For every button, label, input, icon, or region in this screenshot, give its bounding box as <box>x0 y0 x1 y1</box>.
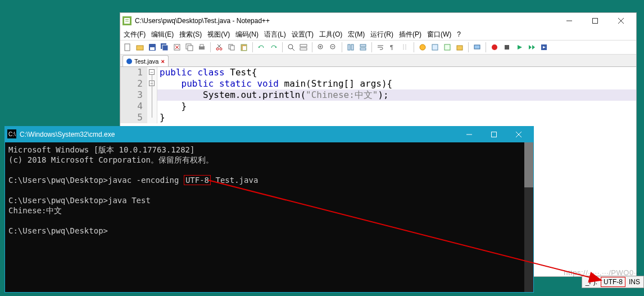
menu-macro[interactable]: 宏(M) <box>348 30 365 39</box>
editor-area[interactable]: 1 2 3 4 5 − − public class Test{ public … <box>120 67 636 123</box>
open-file-icon[interactable] <box>135 42 145 52</box>
menu-window[interactable]: 窗口(W) <box>427 30 451 39</box>
line-number-gutter: 1 2 3 4 5 <box>120 67 147 123</box>
cut-icon[interactable] <box>214 42 224 52</box>
svg-point-45 <box>420 44 425 50</box>
func-list-icon[interactable] <box>442 42 452 52</box>
cmd-line: C:\Users\pwq\Desktop> <box>8 226 531 236</box>
svg-rect-11 <box>150 47 155 50</box>
window-controls <box>457 127 531 142</box>
svg-rect-2 <box>125 19 129 20</box>
cmd-line: C:\Users\pwq\Desktop>javac -encoding UTF… <box>8 175 531 185</box>
cmd-line <box>8 185 531 195</box>
lang-icon[interactable] <box>418 42 428 52</box>
svg-rect-13 <box>162 45 168 51</box>
copy-icon[interactable] <box>226 42 237 52</box>
close-file-icon[interactable] <box>172 42 182 52</box>
svg-rect-56 <box>492 132 497 137</box>
notepadpp-menubar: 文件(F) 编辑(E) 搜索(S) 视图(V) 编码(N) 语言(L) 设置(T… <box>120 29 636 40</box>
new-file-icon[interactable] <box>123 42 133 52</box>
zoom-in-icon[interactable] <box>316 42 326 52</box>
menu-run[interactable]: 运行(R) <box>370 30 393 39</box>
status-encoding: UTF-8 <box>601 277 625 287</box>
scroll-thumb[interactable] <box>524 142 533 187</box>
sync-v-icon[interactable] <box>346 42 356 52</box>
replace-icon[interactable] <box>298 42 309 52</box>
svg-line-30 <box>292 48 294 51</box>
notepadpp-titlebar[interactable]: C:\Users\pwq\Desktop\Test.java - Notepad… <box>120 13 636 29</box>
menu-encoding[interactable]: 编码(N) <box>235 30 258 39</box>
paste-icon[interactable] <box>239 42 249 52</box>
save-all-icon[interactable] <box>160 42 170 52</box>
show-all-chars-icon[interactable]: ¶ <box>388 42 398 52</box>
print-icon[interactable] <box>197 42 207 52</box>
menu-edit[interactable]: 编辑(E) <box>151 30 174 39</box>
svg-rect-41 <box>360 48 366 50</box>
play-multi-icon[interactable] <box>527 42 537 52</box>
menu-plugins[interactable]: 插件(P) <box>399 30 421 39</box>
close-all-icon[interactable] <box>184 42 194 52</box>
cmd-line: C:\Users\pwq\Desktop>java Test <box>8 195 531 205</box>
stop-macro-icon[interactable] <box>502 42 512 52</box>
close-button[interactable] <box>608 13 634 29</box>
save-macro-icon[interactable] <box>539 42 549 52</box>
close-button[interactable] <box>506 127 531 142</box>
menu-view[interactable]: 视图(V) <box>207 30 230 39</box>
menu-help[interactable]: ? <box>457 30 461 38</box>
cmd-line: (c) 2018 Microsoft Corporation。保留所有权利。 <box>8 155 531 165</box>
maximize-button[interactable] <box>482 127 506 142</box>
svg-rect-49 <box>474 45 480 49</box>
menu-file[interactable]: 文件(F) <box>124 30 146 39</box>
file-tab-label: Test.java <box>134 58 158 65</box>
menu-settings[interactable]: 设置(T) <box>292 30 314 39</box>
cmd-line <box>8 216 531 226</box>
indent-guide-icon[interactable] <box>400 42 410 52</box>
wrap-icon[interactable] <box>375 42 386 52</box>
svg-rect-51 <box>505 45 509 50</box>
svg-rect-3 <box>125 21 129 21</box>
menu-search[interactable]: 搜索(S) <box>179 30 202 39</box>
svg-point-21 <box>216 48 219 50</box>
svg-text:C:\: C:\ <box>8 131 16 137</box>
svg-rect-5 <box>593 19 598 24</box>
maximize-button[interactable] <box>582 13 608 29</box>
find-icon[interactable] <box>286 42 296 52</box>
fold-toggle-icon[interactable]: − <box>149 69 155 75</box>
menu-language[interactable]: 语言(L) <box>264 30 286 39</box>
monitor-icon[interactable] <box>472 42 482 52</box>
watermark-text: https://·····.···/PWO0··· <box>564 268 641 277</box>
file-tab[interactable]: Test.java × <box>123 55 169 66</box>
folder-panel-icon[interactable] <box>455 42 465 52</box>
svg-rect-46 <box>432 44 438 50</box>
cmd-titlebar[interactable]: C:\ C:\Windows\System32\cmd.exe <box>5 127 533 142</box>
undo-icon[interactable] <box>256 42 266 52</box>
svg-rect-8 <box>125 44 130 51</box>
cmd-line <box>8 165 531 175</box>
code-text[interactable]: public class Test{ public static void ma… <box>157 67 636 123</box>
minimize-button[interactable] <box>457 127 482 142</box>
svg-rect-39 <box>351 44 353 50</box>
save-icon[interactable] <box>147 42 157 52</box>
sync-h-icon[interactable] <box>358 42 368 52</box>
svg-rect-48 <box>457 46 462 50</box>
menu-tools[interactable]: 工具(O) <box>319 30 342 39</box>
cmd-line: Chinese:中文 <box>8 205 531 216</box>
play-macro-icon[interactable] <box>514 42 524 52</box>
zoom-out-icon[interactable] <box>328 42 338 52</box>
notepadpp-toolbar: ¶ <box>120 40 636 55</box>
cmd-output[interactable]: Microsoft Windows [版本 10.0.17763.1282] (… <box>5 142 533 292</box>
fold-column[interactable]: − − <box>147 67 157 123</box>
scrollbar[interactable] <box>524 142 533 292</box>
status-insert-mode: INS <box>629 278 640 286</box>
cmd-title-text: C:\Windows\System32\cmd.exe <box>20 131 453 138</box>
statusbar-fragment: _F): UTF-8 INS <box>582 276 644 288</box>
utf8-highlight-box: UTF-8 <box>184 175 211 185</box>
redo-icon[interactable] <box>269 42 279 52</box>
svg-rect-31 <box>300 44 307 47</box>
record-macro-icon[interactable] <box>489 42 500 52</box>
svg-rect-9 <box>137 46 143 50</box>
minimize-button[interactable] <box>556 13 582 29</box>
svg-point-22 <box>220 48 222 50</box>
doc-map-icon[interactable] <box>430 42 440 52</box>
tab-close-icon[interactable]: × <box>161 58 164 65</box>
